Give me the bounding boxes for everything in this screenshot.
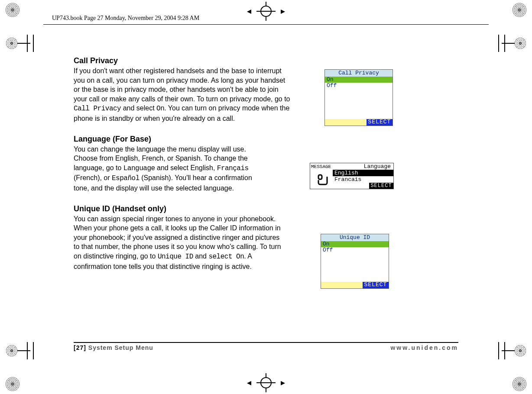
- registration-mark-icon: [501, 35, 527, 52]
- text: and: [193, 252, 209, 260]
- footer-left: [27] System Setup Menu: [74, 344, 153, 351]
- lcd-blank: [321, 253, 389, 282]
- menu-ref-language: Language: [123, 165, 155, 172]
- lcd-language: MESSAGE Language English Francais SELECT: [310, 163, 394, 189]
- lcd-option-on: On: [321, 241, 389, 247]
- page-footer: [27] System Setup Menu www.uniden.com: [74, 342, 458, 351]
- menu-ref-select-on: select On: [208, 253, 244, 261]
- registration-mark-icon: [5, 342, 31, 359]
- crosshair-icon: [256, 2, 276, 21]
- text: (French), or: [74, 174, 112, 181]
- lcd-title: Language: [332, 163, 393, 170]
- registration-mark-icon: [501, 342, 527, 359]
- lcd-softkey-bar: SELECT: [321, 282, 389, 288]
- registration-mark-icon: [5, 3, 20, 17]
- lcd-softkey-left: [333, 183, 369, 189]
- footer-section: System Setup Menu: [88, 344, 153, 351]
- lcd-softkey-select: SELECT: [367, 119, 393, 126]
- lcd-title: Call Privacy: [325, 70, 393, 77]
- lcd-option-off: Off: [325, 83, 393, 89]
- section-title-language: Language (For Base): [74, 135, 394, 144]
- answering-machine-icon: [317, 172, 329, 185]
- lcd-call-privacy: Call Privacy On Off SELECT: [324, 69, 393, 126]
- registration-mark-icon: [5, 377, 20, 391]
- menu-ref-francais: Français: [217, 165, 249, 172]
- lcd-option-on: On: [325, 77, 393, 83]
- svg-rect-0: [318, 175, 322, 179]
- menu-ref-espanol: Español: [112, 174, 139, 182]
- lcd-option-francais: Francais: [333, 176, 393, 183]
- text: If you don't want other registered hands…: [74, 67, 290, 103]
- lcd-blank: [325, 89, 393, 119]
- lcd-softkey-bar: SELECT: [333, 183, 393, 189]
- registration-mark-icon: [512, 377, 527, 391]
- menu-ref-unique-id: Unique ID: [158, 253, 193, 261]
- text: and select English,: [155, 164, 217, 171]
- crosshair-icon: [256, 373, 276, 392]
- menu-ref-call-privacy: Call Privacy: [74, 105, 121, 113]
- lcd-option-english: English: [333, 170, 393, 176]
- page-number: [27]: [74, 344, 86, 351]
- section-body-language: You can change the language the menu dis…: [74, 145, 266, 193]
- lcd-title: Unique ID: [321, 234, 389, 241]
- section-body-call-privacy: If you don't want other registered hands…: [74, 66, 290, 123]
- registration-mark-icon: [512, 3, 527, 17]
- lcd-softkey-bar: SELECT: [325, 119, 393, 126]
- header-rule: [43, 24, 489, 25]
- menu-ref-on: On: [156, 105, 164, 113]
- lcd-softkey-left: [325, 119, 367, 126]
- section-title-call-privacy: Call Privacy: [74, 56, 394, 65]
- lcd-unique-id: Unique ID On Off SELECT: [321, 234, 389, 289]
- footer-url: www.uniden.com: [390, 344, 458, 351]
- lcd-message-badge: MESSAGE: [310, 164, 332, 170]
- section-title-unique-id: Unique ID (Handset only): [74, 204, 394, 213]
- lcd-softkey-select: SELECT: [369, 183, 393, 189]
- lcd-option-off: Off: [321, 247, 389, 253]
- print-header: UP743.book Page 27 Monday, November 29, …: [52, 15, 199, 22]
- lcd-softkey-select: SELECT: [363, 282, 389, 288]
- registration-mark-icon: [5, 35, 31, 52]
- lcd-softkey-left: [321, 282, 363, 288]
- section-body-unique-id: You can assign special ringer tones to a…: [74, 214, 282, 271]
- text: and select: [121, 104, 156, 112]
